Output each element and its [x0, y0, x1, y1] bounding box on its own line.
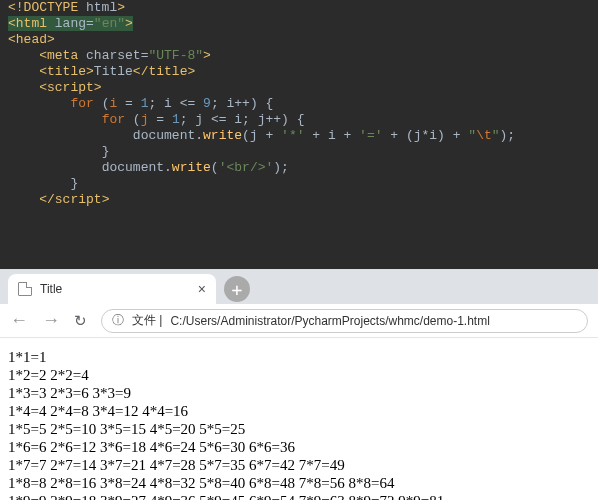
address-bar[interactable]: ⓘ 文件 | C:/Users/Administrator/PycharmPro… — [101, 309, 588, 333]
back-button[interactable]: ← — [10, 310, 28, 331]
browser-tab[interactable]: Title × — [8, 274, 216, 304]
output-row: 1*8=8 2*8=16 3*8=24 4*8=32 5*8=40 6*8=48… — [8, 474, 590, 492]
forward-button[interactable]: → — [42, 310, 60, 331]
browser-tabbar: Title × + — [0, 270, 598, 304]
url-path: C:/Users/Administrator/PycharmProjects/w… — [170, 314, 489, 328]
page-content: 1*1=11*2=2 2*2=41*3=3 2*3=6 3*3=91*4=4 2… — [0, 338, 598, 500]
url-prefix: 文件 | — [132, 312, 162, 329]
browser-toolbar: ← → ↻ ⓘ 文件 | C:/Users/Administrator/Pych… — [0, 304, 598, 338]
plus-icon: + — [232, 279, 243, 300]
output-row: 1*3=3 2*3=6 3*3=9 — [8, 384, 590, 402]
file-icon — [18, 282, 32, 296]
reload-button[interactable]: ↻ — [74, 312, 87, 330]
code-lines[interactable]: <!DOCTYPE html> <html lang="en"> <head> … — [0, 0, 598, 208]
tab-title: Title — [40, 282, 62, 296]
tab-close-button[interactable]: × — [198, 281, 206, 297]
output-row: 1*6=6 2*6=12 3*6=18 4*6=24 5*6=30 6*6=36 — [8, 438, 590, 456]
output-row: 1*9=9 2*9=18 3*9=27 4*9=36 5*9=45 6*9=54… — [8, 492, 590, 500]
output-row: 1*5=5 2*5=10 3*5=15 4*5=20 5*5=25 — [8, 420, 590, 438]
output-row: 1*1=1 — [8, 348, 590, 366]
info-icon[interactable]: ⓘ — [112, 312, 124, 329]
output-row: 1*4=4 2*4=8 3*4=12 4*4=16 — [8, 402, 590, 420]
output-row: 1*7=7 2*7=14 3*7=21 4*7=28 5*7=35 6*7=42… — [8, 456, 590, 474]
browser-window: Title × + ← → ↻ ⓘ 文件 | C:/Users/Administ… — [0, 269, 598, 500]
new-tab-button[interactable]: + — [224, 276, 250, 302]
output-row: 1*2=2 2*2=4 — [8, 366, 590, 384]
code-editor-pane[interactable]: <!DOCTYPE html> <html lang="en"> <head> … — [0, 0, 598, 269]
